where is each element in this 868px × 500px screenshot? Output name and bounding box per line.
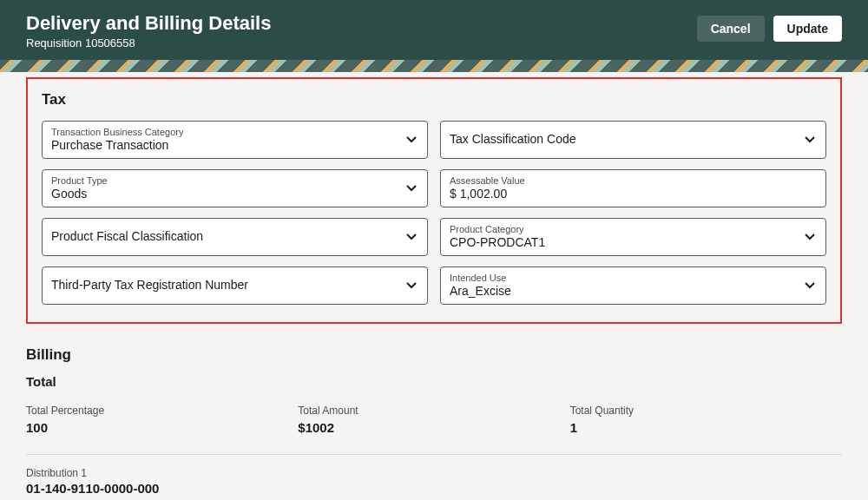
total-percentage-value: 100 <box>26 420 298 435</box>
page-title: Delivery and Billing Details <box>26 12 271 35</box>
total-quantity-label: Total Quantity <box>570 405 842 417</box>
field-label: Tax Classification Code <box>450 133 794 146</box>
page-header: Delivery and Billing Details Requisition… <box>0 0 868 60</box>
chevron-down-icon <box>805 232 815 242</box>
total-amount-label: Total Amount <box>298 405 569 417</box>
billing-section: Billing Total Total Percentage 100 Total… <box>26 346 842 500</box>
field-label: Transaction Business Category <box>51 127 396 137</box>
transaction-business-category-select[interactable]: Transaction Business Category Purchase T… <box>42 121 428 159</box>
chevron-down-icon <box>406 232 417 242</box>
tax-classification-code-select[interactable]: Tax Classification Code <box>440 121 826 159</box>
field-label: Product Category <box>450 224 794 234</box>
billing-totals-row: Total Percentage 100 Total Amount $1002 … <box>26 405 842 435</box>
chevron-down-icon <box>805 135 815 145</box>
field-label: Intended Use <box>450 273 794 283</box>
product-type-select[interactable]: Product Type Goods <box>42 169 428 207</box>
chevron-down-icon <box>406 135 417 145</box>
distribution-label: Distribution 1 <box>26 467 842 479</box>
field-label: Product Type <box>51 175 396 186</box>
billing-title: Billing <box>26 346 842 364</box>
cancel-button[interactable]: Cancel <box>697 16 765 42</box>
billing-total-title: Total <box>26 374 842 389</box>
chevron-down-icon <box>805 280 815 291</box>
page-subtitle: Requisition 10506558 <box>26 36 271 49</box>
assessable-value-input[interactable]: Assessable Value $ 1,002.00 <box>440 169 826 207</box>
total-percentage-label: Total Percentage <box>26 405 298 417</box>
field-value: Purchase Transaction <box>51 138 396 153</box>
tax-section: Tax Transaction Business Category Purcha… <box>26 77 842 324</box>
field-label: Assessable Value <box>450 175 794 186</box>
distribution-code: 01-140-9110-0000-000 <box>26 481 842 496</box>
total-quantity-value: 1 <box>570 420 842 435</box>
field-value: $ 1,002.00 <box>450 187 794 201</box>
field-label: Third-Party Tax Registration Number <box>51 279 396 292</box>
chevron-down-icon <box>406 183 417 194</box>
field-value: Goods <box>51 187 396 201</box>
field-value: CPO-PRODCAT1 <box>450 235 794 250</box>
product-fiscal-classification-select[interactable]: Product Fiscal Classification <box>42 218 428 256</box>
third-party-tax-reg-select[interactable]: Third-Party Tax Registration Number <box>42 266 428 305</box>
field-value: Ara_Excise <box>450 284 794 299</box>
divider <box>26 454 842 455</box>
total-amount-value: $1002 <box>298 420 569 435</box>
chevron-down-icon <box>406 280 417 291</box>
product-category-select[interactable]: Product Category CPO-PRODCAT1 <box>440 218 826 256</box>
update-button[interactable]: Update <box>773 16 842 42</box>
intended-use-select[interactable]: Intended Use Ara_Excise <box>440 266 826 305</box>
tax-section-title: Tax <box>42 91 826 109</box>
field-label: Product Fiscal Classification <box>51 230 396 243</box>
header-decoration <box>0 60 868 72</box>
